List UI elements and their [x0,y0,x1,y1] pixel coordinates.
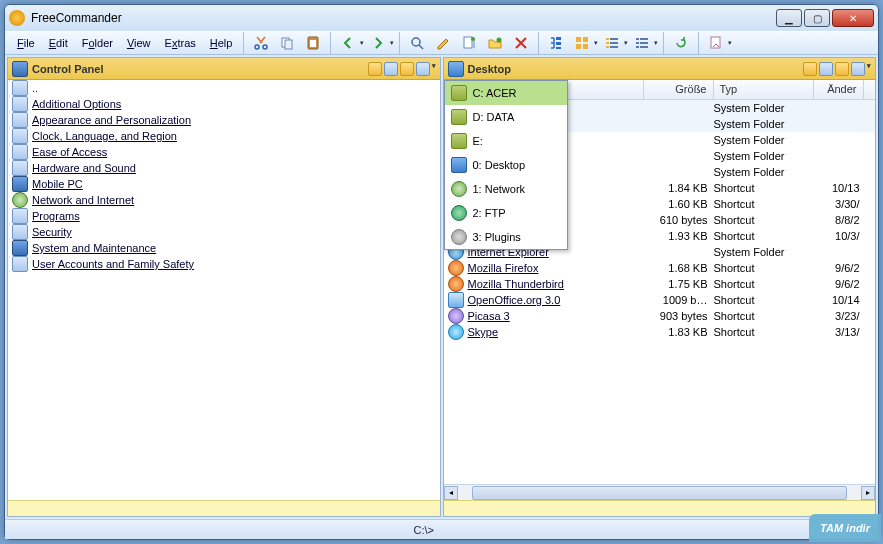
drive-menu-item[interactable]: 0: Desktop [445,153,567,177]
drive-icon [451,205,467,221]
folder-icon-r[interactable] [835,62,849,76]
forward-button[interactable] [366,31,390,55]
list-item[interactable]: Network and Internet [8,192,440,208]
delete-button[interactable] [509,31,533,55]
drive-icon [451,85,467,101]
view3-dd-icon[interactable]: ▾ [654,39,658,47]
maximize-button[interactable] [804,9,830,27]
table-row[interactable]: Mozilla Firefox1.68 KBShortcut9/6/2 [444,260,876,276]
menu-folder[interactable]: Folder [76,34,119,52]
view2-dd-icon[interactable]: ▾ [624,39,628,47]
list-item[interactable]: Ease of Access [8,144,440,160]
scroll-left-icon[interactable]: ◂ [444,486,458,500]
settings-button[interactable] [704,31,728,55]
drive-menu-item[interactable]: 1: Network [445,177,567,201]
more-icon-r[interactable] [851,62,865,76]
close-button[interactable] [832,9,874,27]
item-icon [12,128,28,144]
fav-icon-r[interactable] [803,62,817,76]
table-row[interactable]: Mozilla Thunderbird1.75 KBShortcut9/6/2 [444,276,876,292]
list-item[interactable]: User Accounts and Family Safety [8,256,440,272]
refresh-button[interactable] [669,31,693,55]
view-thumbnails-button[interactable] [570,31,594,55]
view1-dd-icon[interactable]: ▾ [594,39,598,47]
svg-rect-25 [636,42,639,44]
body: Control Panel ▾ .. Additional OptionsApp… [5,55,878,519]
settings-dd-icon[interactable]: ▾ [728,39,732,47]
paste-button[interactable] [301,31,325,55]
menubar: File Edit Folder View Extras Help ▾ ▾ ▾ … [5,31,878,55]
back-dd-icon[interactable]: ▾ [360,39,364,47]
list-item[interactable]: Appearance and Personalization [8,112,440,128]
col-date[interactable]: Änder [814,80,864,99]
col-type[interactable]: Typ [714,80,814,99]
menu-extras[interactable]: Extras [159,34,202,52]
left-pane-title: Control Panel [32,63,368,75]
list-item[interactable]: Programs [8,208,440,224]
drive-menu-item[interactable]: D: DATA [445,105,567,129]
svg-point-6 [412,38,420,46]
scroll-right-icon[interactable]: ▸ [861,486,875,500]
new-folder-button[interactable] [483,31,507,55]
fav-icon[interactable] [368,62,382,76]
right-pane-dd-icon[interactable]: ▾ [867,62,871,76]
item-icon [12,256,28,272]
search-button[interactable] [405,31,429,55]
minimize-button[interactable] [776,9,802,27]
back-button[interactable] [336,31,360,55]
edit-button[interactable] [431,31,455,55]
list-item[interactable]: Mobile PC [8,176,440,192]
list-item[interactable]: Additional Options [8,96,440,112]
list-item[interactable]: System and Maintenance [8,240,440,256]
history-icon[interactable] [384,62,398,76]
menu-edit[interactable]: Edit [43,34,74,52]
menu-file[interactable]: File [11,34,41,52]
svg-rect-7 [464,37,472,48]
list-item[interactable]: Security [8,224,440,240]
up-row[interactable]: .. [8,80,440,96]
table-row[interactable]: OpenOffice.org 3.01009 b…Shortcut10/14 [444,292,876,308]
view-details-button[interactable] [630,31,654,55]
drive-menu-item[interactable]: 3: Plugins [445,225,567,249]
row-icon [448,308,464,324]
app-window: FreeCommander File Edit Folder View Extr… [4,4,879,540]
tree-button[interactable] [544,31,568,55]
svg-point-0 [255,45,259,49]
svg-rect-16 [583,44,588,49]
table-row[interactable]: Skype1.83 KBShortcut3/13/ [444,324,876,340]
titlebar[interactable]: FreeCommander [5,5,878,31]
scroll-thumb[interactable] [472,486,848,500]
folder-icon[interactable] [400,62,414,76]
more-icon[interactable] [416,62,430,76]
table-row[interactable]: Picasa 3903 bytesShortcut3/23/ [444,308,876,324]
drive-icon [451,109,467,125]
menu-view[interactable]: View [121,34,157,52]
history-icon-r[interactable] [819,62,833,76]
list-item[interactable]: Clock, Language, and Region [8,128,440,144]
left-pane-footer [8,500,440,516]
drive-icon [451,181,467,197]
size-grip[interactable] [862,523,876,537]
list-item[interactable]: Hardware and Sound [8,160,440,176]
h-scrollbar[interactable]: ◂ ▸ [444,484,876,500]
svg-rect-10 [556,37,561,40]
view-list-button[interactable] [600,31,624,55]
drive-menu-item[interactable]: E: [445,129,567,153]
right-pane-header[interactable]: Desktop ▾ [444,58,876,80]
drive-menu-item[interactable]: 2: FTP [445,201,567,225]
copy-button[interactable] [275,31,299,55]
svg-point-8 [471,37,475,41]
new-file-button[interactable] [457,31,481,55]
cut-button[interactable] [249,31,273,55]
svg-rect-18 [610,38,618,40]
left-pane-body[interactable]: .. Additional OptionsAppearance and Pers… [8,80,440,500]
svg-rect-19 [606,42,609,44]
drive-menu[interactable]: C: ACERD: DATAE:0: Desktop1: Network2: F… [444,80,568,250]
drive-menu-item[interactable]: C: ACER [445,81,567,105]
menu-help[interactable]: Help [204,34,239,52]
col-size[interactable]: Größe [644,80,714,99]
fwd-dd-icon[interactable]: ▾ [390,39,394,47]
left-pane-header[interactable]: Control Panel ▾ [8,58,440,80]
left-pane-dd-icon[interactable]: ▾ [432,62,436,76]
svg-rect-22 [610,46,618,48]
